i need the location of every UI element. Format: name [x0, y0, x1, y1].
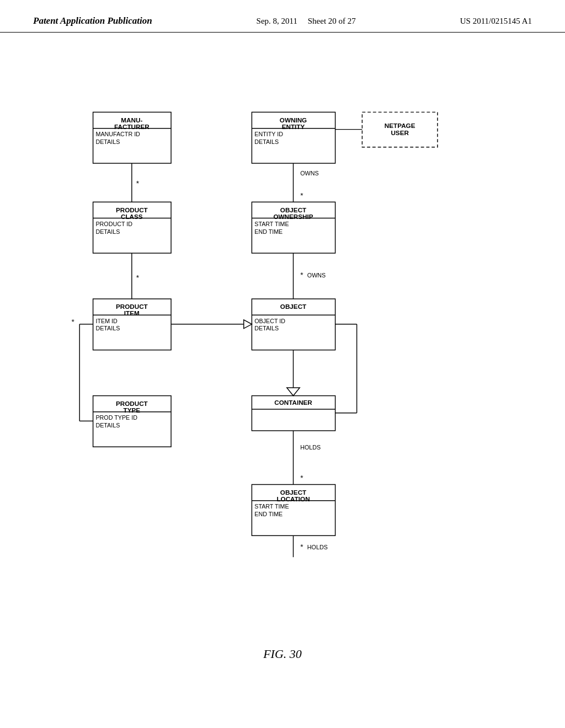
page: Patent Application Publication Sep. 8, 2… [0, 0, 565, 728]
container-holds-label: HOLDS [300, 444, 321, 451]
netpage-user-title1: NETPAGE [385, 122, 415, 129]
ownership-owns-label: OWNS [307, 272, 326, 279]
class-item-multiplicity: * [136, 274, 140, 282]
netpage-user-title2: USER [391, 129, 409, 136]
sheet-info: Sheet 20 of 27 [308, 17, 356, 25]
object-ownership-title2: OWNERSHIP [273, 213, 313, 220]
manufacturer-field1: MANUFACTR ID [95, 131, 140, 137]
diagram-svg: MANU- FACTURER MANUFACTR ID DETAILS PROD… [0, 33, 565, 694]
entity-owns-star: * [300, 191, 303, 200]
object-location-title2: LOCATION [276, 495, 310, 502]
figure-label: FIG. 30 [263, 647, 302, 661]
product-item-title2: ITEM [124, 309, 140, 317]
product-type-field1: PROD TYPE ID [95, 414, 137, 421]
owning-entity-field2: DETAILS [254, 138, 279, 145]
object-location-field2: END TIME [254, 511, 282, 517]
product-class-field1: PRODUCT ID [95, 221, 132, 227]
location-star: * [300, 543, 303, 551]
object-location-field1: START TIME [254, 503, 289, 510]
object-field1: OBJECT ID [254, 318, 285, 324]
owning-entity-field1: ENTITY ID [254, 131, 283, 137]
header-center: Sep. 8, 2011 Sheet 20 of 27 [257, 17, 356, 26]
publication-label: Patent Application Publication [33, 15, 152, 26]
entity-owns-label: OWNS [300, 170, 318, 176]
manuf-class-multiplicity: * [136, 179, 140, 188]
product-type-field2: DETAILS [95, 422, 120, 429]
product-class-field2: DETAILS [95, 228, 120, 235]
manufacturer-field2: DETAILS [95, 138, 120, 145]
svg-marker-30 [244, 320, 252, 329]
location-holds-label: HOLDS [307, 544, 328, 550]
object-ownership-field2: END TIME [254, 228, 282, 235]
container-holds-star: * [300, 474, 303, 482]
manufacturer-title2: FACTURER [114, 123, 150, 130]
product-item-field1: ITEM ID [95, 318, 118, 324]
product-class-title2: CLASS [121, 213, 143, 220]
patent-number: US 2011/0215145 A1 [460, 17, 532, 26]
svg-marker-32 [287, 388, 300, 396]
product-type-title2: TYPE [124, 406, 141, 414]
owning-entity-title2: ENTITY [282, 123, 305, 130]
ownership-star: * [300, 271, 303, 279]
object-field2: DETAILS [254, 325, 279, 331]
diagram-area: MANU- FACTURER MANUFACTR ID DETAILS PROD… [0, 33, 565, 694]
object-title: OBJECT [280, 303, 307, 310]
left-bracket-star: * [72, 318, 75, 326]
header: Patent Application Publication Sep. 8, 2… [0, 0, 565, 33]
object-ownership-field1: START TIME [254, 221, 289, 227]
container-title: CONTAINER [274, 399, 312, 406]
publication-date: Sep. 8, 2011 [257, 17, 297, 25]
product-item-field2: DETAILS [95, 325, 120, 331]
